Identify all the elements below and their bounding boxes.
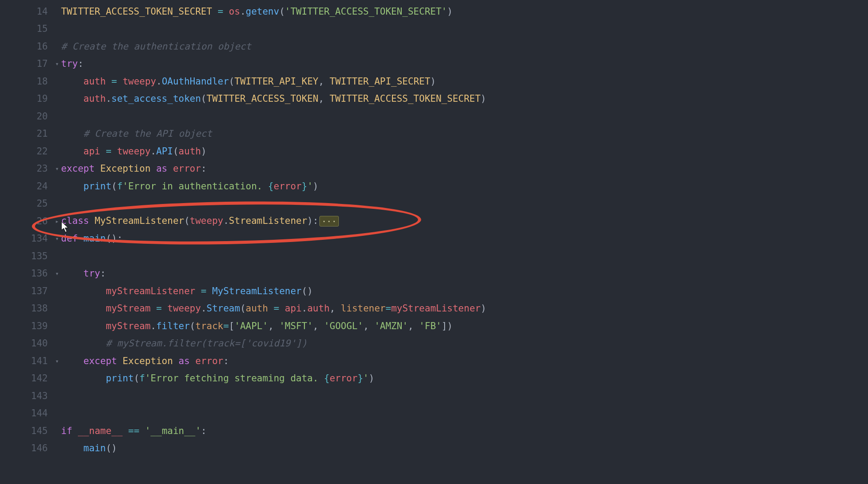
- token: TWITTER_ACCESS_TOKEN_SECRET: [330, 93, 480, 104]
- code-line[interactable]: 135: [0, 247, 868, 265]
- fold-toggle-open-icon[interactable]: ▾: [53, 235, 61, 242]
- code-line[interactable]: 14TWITTER_ACCESS_TOKEN_SECRET = os.geten…: [0, 3, 868, 20]
- token: 'Error in authentication.: [123, 181, 268, 192]
- code-line[interactable]: 142 print(f'Error fetching streaming dat…: [0, 370, 868, 388]
- line-number: 24: [0, 181, 53, 192]
- code-line[interactable]: 18 auth = tweepy.OAuthHandler(TWITTER_AP…: [0, 73, 868, 90]
- code-line[interactable]: 138 myStream = tweepy.Stream(auth = api.…: [0, 300, 868, 318]
- code-content[interactable]: # myStream.filter(track=['covid19']): [61, 338, 868, 349]
- token: [106, 76, 111, 87]
- token: (): [106, 443, 117, 453]
- code-line[interactable]: 15: [0, 20, 868, 38]
- code-line[interactable]: 144: [0, 405, 868, 423]
- token: error: [196, 356, 223, 366]
- code-content[interactable]: myStream = tweepy.Stream(auth = api.auth…: [61, 303, 868, 314]
- token: :: [201, 163, 207, 174]
- code-line[interactable]: 137 myStreamListener = MyStreamListener(…: [0, 282, 868, 300]
- token: 'Error fetching streaming data.: [145, 373, 324, 384]
- token: ,: [313, 321, 319, 331]
- token: auth: [84, 93, 106, 104]
- token: TWITTER_API_KEY: [234, 76, 319, 87]
- code-line[interactable]: 26▸class MyStreamListener(tweepy.StreamL…: [0, 212, 868, 230]
- token: [150, 163, 156, 174]
- token: Exception: [123, 356, 173, 366]
- fold-toggle-open-icon[interactable]: ▾: [53, 358, 61, 364]
- line-number: 23: [0, 163, 53, 174]
- token: TWITTER_API_SECRET: [330, 76, 430, 87]
- code-line[interactable]: 17▾try:: [0, 55, 868, 73]
- token: :: [117, 233, 123, 244]
- token: # Create the API object: [84, 128, 212, 139]
- code-content[interactable]: # Create the API object: [61, 128, 868, 139]
- token: myStream: [106, 321, 150, 331]
- token: (: [134, 373, 139, 384]
- line-number: 26: [0, 216, 53, 227]
- token: [123, 426, 128, 436]
- code-content[interactable]: except Exception as error:: [61, 356, 868, 366]
- code-editor[interactable]: 14TWITTER_ACCESS_TOKEN_SECRET = os.geten…: [0, 0, 868, 484]
- token: myStreamListener: [391, 303, 480, 314]
- token: 'AAPL': [234, 321, 268, 331]
- token: ,: [330, 303, 335, 314]
- token: API: [156, 146, 173, 157]
- code-line[interactable]: 136▾ try:: [0, 265, 868, 283]
- code-content[interactable]: print(f'Error fetching streaming data. {…: [61, 373, 868, 384]
- token: except: [84, 356, 117, 366]
- line-number: 20: [0, 111, 53, 122]
- code-line[interactable]: 19 auth.set_access_token(TWITTER_ACCESS_…: [0, 90, 868, 108]
- token: (: [279, 6, 285, 17]
- code-line[interactable]: 145if __name__ == '__main__':: [0, 422, 868, 440]
- line-number: 136: [0, 268, 53, 279]
- token: {: [324, 373, 330, 384]
- code-line[interactable]: 143: [0, 387, 868, 405]
- token: def: [61, 233, 78, 244]
- code-content[interactable]: api = tweepy.API(auth): [61, 146, 868, 157]
- token: .: [150, 321, 156, 331]
- line-number: 19: [0, 93, 53, 104]
- token: :: [201, 426, 207, 436]
- token: :: [100, 268, 106, 279]
- token: [324, 93, 330, 104]
- code-content[interactable]: main(): [61, 443, 868, 453]
- token: =: [106, 146, 111, 157]
- code-line[interactable]: 140 # myStream.filter(track=['covid19']): [0, 335, 868, 353]
- code-line[interactable]: 21 # Create the API object: [0, 125, 868, 143]
- code-line[interactable]: 22 api = tweepy.API(auth): [0, 142, 868, 160]
- fold-toggle-open-icon[interactable]: ▾: [53, 165, 61, 172]
- code-line[interactable]: 20: [0, 108, 868, 125]
- code-line[interactable]: 16# Create the authentication object: [0, 38, 868, 55]
- code-content[interactable]: print(f'Error in authentication. {error}…: [61, 181, 868, 192]
- code-line[interactable]: 146 main(): [0, 440, 868, 457]
- fold-ellipsis[interactable]: ···: [319, 216, 339, 227]
- code-content[interactable]: try:: [61, 268, 868, 279]
- code-content[interactable]: except Exception as error:: [61, 163, 868, 174]
- code-line[interactable]: 139 myStream.filter(track=['AAPL', 'MSFT…: [0, 317, 868, 335]
- code-content[interactable]: auth = tweepy.OAuthHandler(TWITTER_API_K…: [61, 76, 868, 87]
- token: tweepy: [123, 76, 156, 87]
- code-line[interactable]: 23▾except Exception as error:: [0, 160, 868, 178]
- code-content[interactable]: auth.set_access_token(TWITTER_ACCESS_TOK…: [61, 93, 868, 104]
- token: [369, 321, 375, 331]
- line-number: 137: [0, 286, 53, 296]
- code-line[interactable]: 24 print(f'Error in authentication. {err…: [0, 177, 868, 195]
- code-content[interactable]: myStream.filter(track=['AAPL', 'MSFT', '…: [61, 321, 868, 331]
- token: auth: [179, 146, 201, 157]
- code-content[interactable]: def main():: [61, 233, 868, 244]
- code-content[interactable]: # Create the authentication object: [61, 41, 868, 52]
- code-content[interactable]: TWITTER_ACCESS_TOKEN_SECRET = os.getenv(…: [61, 6, 868, 17]
- code-line[interactable]: 141▾ except Exception as error:: [0, 352, 868, 370]
- code-content[interactable]: myStreamListener = MyStreamListener(): [61, 286, 868, 296]
- fold-toggle-open-icon[interactable]: ▾: [53, 270, 61, 277]
- code-content[interactable]: if __name__ == '__main__':: [61, 426, 868, 436]
- code-line[interactable]: 25: [0, 195, 868, 213]
- line-number: 17: [0, 58, 53, 69]
- code-content[interactable]: try:: [61, 58, 868, 69]
- token: (: [229, 76, 234, 87]
- fold-toggle-closed-icon[interactable]: ▸: [53, 218, 61, 224]
- fold-toggle-open-icon[interactable]: ▾: [53, 61, 61, 67]
- token: TWITTER_ACCESS_TOKEN: [207, 93, 319, 104]
- code-content[interactable]: class MyStreamListener(tweepy.StreamList…: [61, 215, 868, 227]
- token: ,: [319, 76, 324, 87]
- code-line[interactable]: 134▾def main():: [0, 230, 868, 248]
- line-number: 146: [0, 443, 53, 453]
